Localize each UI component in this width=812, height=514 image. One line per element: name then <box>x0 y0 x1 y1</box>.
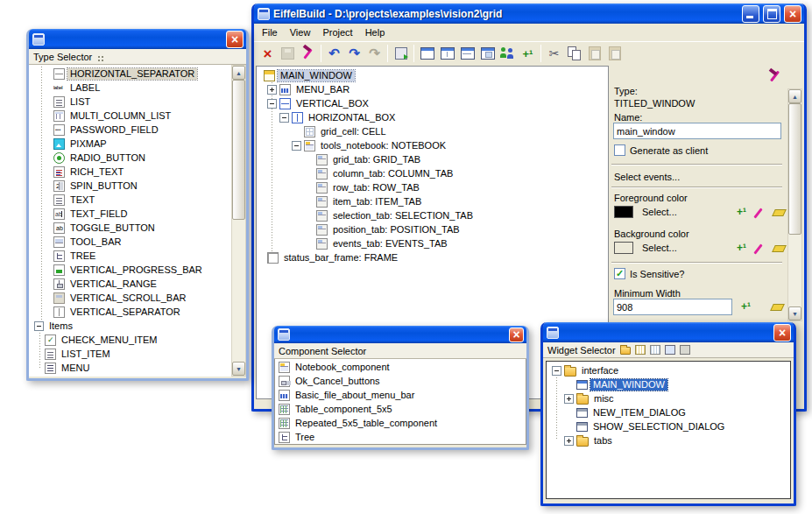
tree-item[interactable]: TEXT <box>29 193 231 207</box>
tool-window-2-icon[interactable] <box>437 44 457 63</box>
tree-item[interactable]: PIXMAP <box>29 137 231 151</box>
minimize-button[interactable] <box>742 5 759 23</box>
tool-window-1-icon[interactable] <box>417 44 437 63</box>
tree-item[interactable]: SPIN_BUTTON <box>29 179 231 193</box>
build-wand-icon[interactable] <box>298 44 318 63</box>
tree-item[interactable]: LABEL <box>29 81 231 95</box>
add-constant-icon[interactable]: +¹ <box>741 300 751 313</box>
list-item[interactable]: Tree <box>275 430 526 444</box>
collapse-icon[interactable] <box>292 141 301 151</box>
close-button[interactable] <box>784 5 801 23</box>
tree-item[interactable]: VERTICAL_SEPARATOR <box>29 305 231 319</box>
scroll-up-icon[interactable] <box>788 89 801 103</box>
close-button[interactable] <box>773 324 791 341</box>
tree-item[interactable]: NEW_ITEM_DIALOG <box>547 405 790 419</box>
list-item[interactable]: Ok_Cancel_buttons <box>275 374 526 388</box>
eraser-icon[interactable] <box>770 304 785 311</box>
expand-icon[interactable] <box>564 436 574 446</box>
type-selector-scrollbar[interactable] <box>231 65 246 377</box>
expand-icon[interactable] <box>267 85 277 95</box>
tree-item[interactable]: LIST_ITEM <box>29 347 231 361</box>
tool-window-4-icon[interactable] <box>477 44 498 63</box>
color-picker-icon[interactable] <box>753 243 762 254</box>
foreground-select-button[interactable]: Select... <box>642 207 677 217</box>
tree-item[interactable]: column_tab: COLUMN_TAB <box>257 166 608 180</box>
paste-alt-icon[interactable] <box>604 44 625 63</box>
tree-item[interactable]: MAIN_WINDOW <box>547 377 790 391</box>
collapse-icon[interactable] <box>34 321 44 331</box>
tree-item[interactable]: TOOL_BAR <box>29 235 231 249</box>
background-select-button[interactable]: Select... <box>642 243 677 253</box>
tree-item[interactable]: MENU_BAR <box>257 82 608 96</box>
tree-item[interactable]: tabs <box>547 433 790 447</box>
copy-icon[interactable] <box>564 44 584 63</box>
grid-view-icon[interactable] <box>650 345 660 355</box>
tool-window-3-icon[interactable] <box>457 44 477 63</box>
tree-item[interactable]: VERTICAL_RANGE <box>29 277 231 291</box>
delete-icon[interactable] <box>258 44 278 63</box>
tree-item[interactable]: events_tab: EVENTS_TAB <box>257 236 608 250</box>
paste-icon[interactable] <box>584 44 604 63</box>
tree-item[interactable]: TOGGLE_BUTTON <box>29 221 231 235</box>
tree-item[interactable]: VERTICAL_BOX <box>257 96 608 110</box>
collapse-icon[interactable] <box>279 113 289 123</box>
tree-item[interactable]: row_tab: ROW_TAB <box>257 180 608 194</box>
list-item[interactable]: Notebook_component <box>275 360 526 374</box>
build-hammer-icon[interactable] <box>766 68 781 84</box>
generate-as-client-checkbox[interactable] <box>614 144 625 156</box>
tree-item[interactable]: HORIZONTAL_BOX <box>257 110 608 124</box>
tree-item[interactable]: VERTICAL_SCROLL_BAR <box>29 291 231 305</box>
titlebar[interactable]: EiffelBuild - D:\projects\examples\visio… <box>254 4 804 24</box>
foreground-color-swatch[interactable] <box>614 206 633 218</box>
add-widget-icon[interactable] <box>635 345 646 355</box>
tree-item[interactable]: item_tab: ITEM_TAB <box>257 194 608 208</box>
tree-item[interactable]: status_bar_frame: FRAME <box>257 250 608 264</box>
cut-icon[interactable] <box>544 44 564 63</box>
tree-group[interactable]: Items <box>29 319 231 333</box>
repeat-icon[interactable] <box>364 44 385 63</box>
save-icon[interactable] <box>278 44 298 63</box>
tree-item[interactable]: SHOW_SELECTION_DIALOG <box>547 419 790 433</box>
add-one-icon[interactable] <box>518 44 538 63</box>
tree-item[interactable]: HORIZONTAL_SEPARATOR <box>29 67 231 81</box>
tree-item[interactable]: RICH_TEXT <box>29 165 231 179</box>
scrollbar-thumb[interactable] <box>788 103 801 235</box>
add-constant-icon[interactable]: +¹ <box>737 206 746 218</box>
tree-item[interactable]: TEXT_FIELD <box>29 207 231 221</box>
tree-item[interactable]: VERTICAL_PROGRESS_BAR <box>29 263 231 277</box>
tree-item[interactable]: interface <box>547 363 790 377</box>
scrollbar-track[interactable] <box>788 235 801 306</box>
scroll-up-icon[interactable] <box>232 66 245 80</box>
tree-item[interactable]: MULTI_COLUMN_LIST <box>29 109 231 123</box>
menu-view[interactable]: View <box>284 25 317 39</box>
scroll-down-icon[interactable] <box>232 362 245 376</box>
collapse-icon[interactable] <box>552 366 561 376</box>
tree-item[interactable]: MAIN_WINDOW <box>257 68 608 82</box>
tree-item[interactable]: PASSWORD_FIELD <box>29 123 231 137</box>
tree-item[interactable]: RADIO_BUTTON <box>29 151 231 165</box>
color-picker-icon[interactable] <box>753 208 762 218</box>
tree-item[interactable]: grid_cell: CELL <box>257 124 608 138</box>
folder-icon[interactable] <box>620 347 631 355</box>
scroll-down-icon[interactable] <box>788 306 801 320</box>
eraser-icon[interactable] <box>772 245 787 252</box>
scrollbar-track[interactable] <box>232 220 245 362</box>
list-item[interactable]: Repeated_5x5_table_component <box>275 416 526 430</box>
tree-item[interactable]: TREE <box>29 249 231 263</box>
tree-item[interactable]: CHECK_MENU_ITEM <box>29 333 231 347</box>
tree-item[interactable]: selection_tab: SELECTION_TAB <box>257 208 608 222</box>
list-item[interactable]: Basic_file_about_menu_bar <box>275 388 526 402</box>
tree-item[interactable]: MENU <box>29 361 231 375</box>
menu-file[interactable]: File <box>256 25 284 39</box>
tree-item[interactable]: misc <box>547 391 790 405</box>
undo-icon[interactable] <box>324 44 344 63</box>
redo-icon[interactable] <box>344 44 364 63</box>
close-button[interactable] <box>226 31 244 48</box>
is-sensitive-checkbox[interactable] <box>614 268 625 279</box>
is-sensitive-row[interactable]: Is Sensitive? <box>614 268 684 279</box>
maximize-button[interactable] <box>763 5 780 23</box>
titlebar[interactable] <box>543 322 794 342</box>
preview-icon[interactable] <box>665 345 675 355</box>
menu-project[interactable]: Project <box>316 25 358 39</box>
capture-icon[interactable] <box>680 345 690 355</box>
